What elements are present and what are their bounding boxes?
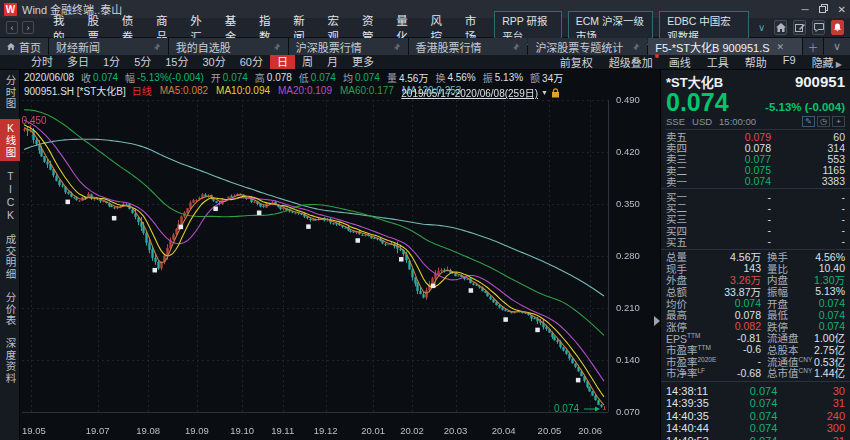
- period-多日[interactable]: 多日: [60, 55, 96, 69]
- tick-time: 14:40:44: [666, 422, 722, 434]
- kline-chart-pane: 2020/06/08 收0.074幅-5.13%(-0.004)开0.074高0…: [20, 70, 661, 440]
- new-tab-button[interactable]: ＋: [803, 38, 823, 55]
- trade-date: 2020/06/08: [24, 72, 74, 83]
- stat-value: 0.078: [710, 309, 761, 321]
- book-volume: 1165: [797, 164, 845, 176]
- date-range-text[interactable]: 2019/05/17-2020/06/08(259日): [401, 85, 538, 100]
- period-30分[interactable]: 30分: [196, 55, 233, 69]
- tab-沪深股票专题统计[interactable]: 沪深股票专题统计: [528, 38, 647, 55]
- period-60分[interactable]: 60分: [233, 55, 270, 69]
- book-price: -: [696, 235, 797, 247]
- message-icon[interactable]: [812, 20, 825, 35]
- pin-icon[interactable]: [273, 41, 281, 53]
- pin-icon[interactable]: [512, 41, 520, 53]
- tab-active-stock[interactable]: F5-*ST大化B 900951.S✕: [648, 38, 802, 55]
- ohlc-label: 均: [343, 70, 353, 85]
- tab-close-icon[interactable]: ✕: [777, 42, 785, 52]
- tick-time: 14:39:35: [666, 397, 722, 409]
- period-日[interactable]: 日: [270, 55, 295, 69]
- chart-toolbar: 分时多日1分5分15分30分60分日周月更多 前复权超级叠加画线工具帮助F9隐藏…: [0, 55, 850, 70]
- tab-沪深股票行情[interactable]: 沪深股票行情: [289, 38, 408, 55]
- tab-label: 我的自选股: [176, 39, 231, 55]
- period-5分[interactable]: 5分: [127, 55, 158, 69]
- quick-chevron-icon[interactable]: ∨: [755, 22, 768, 33]
- book-volume: 3383: [797, 175, 845, 187]
- candlestick-chart[interactable]: [20, 96, 660, 440]
- period-更多[interactable]: 更多: [345, 55, 381, 69]
- sidebar-item-分时图[interactable]: 分时图: [0, 72, 20, 113]
- ma-legend-MA10: MA10:0.094: [216, 85, 270, 96]
- book-price: -: [696, 213, 797, 225]
- sidebar-item-TICK[interactable]: TICK: [0, 167, 20, 225]
- sidebar-item-K线图[interactable]: K线图: [0, 119, 20, 161]
- ohlc-label: 换: [435, 70, 445, 85]
- sidebar-item-成交明细[interactable]: 成交明细: [0, 231, 20, 283]
- book-price: 0.079: [696, 131, 797, 143]
- book-volume: -: [797, 191, 845, 203]
- tab-财经新闻[interactable]: 财经新闻: [49, 38, 168, 55]
- stat-value: 0.082: [710, 320, 761, 332]
- book-level-label: 卖一: [666, 174, 696, 189]
- tool-超级叠加[interactable]: 超级叠加: [601, 54, 661, 70]
- home-icon[interactable]: [774, 20, 787, 35]
- sidebar-item-分价表[interactable]: 分价表: [0, 289, 20, 330]
- tool-前复权[interactable]: 前复权: [552, 54, 601, 70]
- sidebar-item-深度资料[interactable]: 深度资料: [0, 335, 20, 387]
- tick-time: 14:40:35: [666, 410, 722, 422]
- pin-icon[interactable]: [393, 41, 401, 53]
- add-icon[interactable]: +: [832, 116, 845, 127]
- tick-trade-list[interactable]: 14:38:110.0743014:39:350.0743114:40:350.…: [661, 381, 850, 440]
- ohlc-label: 振: [483, 70, 493, 85]
- tool-F9[interactable]: F9: [775, 54, 804, 70]
- ohlc-value: 4.56%: [447, 72, 475, 83]
- ohlc-info-row: 2020/06/08 收0.074幅-5.13%(-0.004)开0.074高0…: [20, 71, 660, 83]
- quote-panel: *ST大化B 900951 0.074 -5.13% (-0.004) SSE …: [661, 70, 850, 440]
- ma-legend-MA5: MA5:0.082: [160, 85, 208, 96]
- period-月[interactable]: 月: [320, 55, 345, 69]
- tab-active-label: F5-*ST大化B 900951.S: [655, 39, 769, 55]
- ohlc-label: 额: [530, 70, 540, 85]
- tool-帮助[interactable]: 帮助: [737, 54, 775, 70]
- tool-画线[interactable]: 画线: [661, 54, 699, 70]
- period-周[interactable]: 周: [295, 55, 320, 69]
- tool-工具[interactable]: 工具: [699, 54, 737, 70]
- ohlc-value: 0.074: [223, 72, 248, 83]
- tick-row: 14:40:530.07431: [666, 435, 845, 440]
- range-dropdown-icon[interactable]: ▼: [541, 89, 548, 96]
- ohlc-value: 34万: [542, 70, 563, 85]
- notification-bell-icon[interactable]: [831, 20, 844, 35]
- quote-stats: 总量4.56万换手4.56%现手143量比10.40外盘3.26万内盘1.30万…: [661, 251, 850, 379]
- period-15分[interactable]: 15分: [158, 55, 195, 69]
- pin-icon[interactable]: [153, 41, 161, 53]
- tab-list-chevron-icon[interactable]: ∨: [824, 38, 850, 55]
- book-row: 买五--: [666, 236, 845, 247]
- period-分时[interactable]: 分时: [24, 55, 60, 69]
- tick-price: 0.074: [722, 397, 805, 409]
- tab-home[interactable]: 首页: [0, 38, 48, 55]
- book-price: -: [696, 224, 797, 236]
- feedback-icon[interactable]: [793, 20, 806, 35]
- stat-value: 0.074: [807, 309, 845, 321]
- tab-香港股票行情[interactable]: 香港股票行情: [409, 38, 528, 55]
- panel-collapse-arrow[interactable]: [654, 316, 660, 326]
- edit-icon[interactable]: ✎: [802, 116, 815, 127]
- nav-back-button[interactable]: ‹: [6, 21, 18, 34]
- quote-time: 15:00:00: [719, 116, 756, 127]
- tab-label: 沪深股票行情: [296, 39, 362, 55]
- book-price: -: [696, 202, 797, 214]
- stat-label: 总市值CNY: [767, 365, 807, 380]
- book-price: 0.075: [696, 164, 797, 176]
- pin-icon[interactable]: [632, 41, 640, 53]
- nav-forward-button[interactable]: ›: [22, 21, 34, 34]
- date-range-selector[interactable]: 2019/05/17-2020/06/08(259日) ▼: [401, 85, 560, 100]
- lock-icon: [551, 88, 560, 98]
- stock-code: 900951: [795, 73, 845, 90]
- tick-volume: 31: [805, 435, 845, 440]
- ohlc-value: -5.13%(-0.004): [137, 72, 204, 83]
- last-price: 0.074: [666, 90, 729, 114]
- tool-隐藏[interactable]: 隐藏 ▶: [804, 54, 850, 70]
- alarm-icon[interactable]: ◷: [817, 116, 830, 127]
- tab-我的自选股[interactable]: 我的自选股: [169, 38, 288, 55]
- period-1分[interactable]: 1分: [96, 55, 127, 69]
- stat-value: -0.68: [710, 367, 761, 379]
